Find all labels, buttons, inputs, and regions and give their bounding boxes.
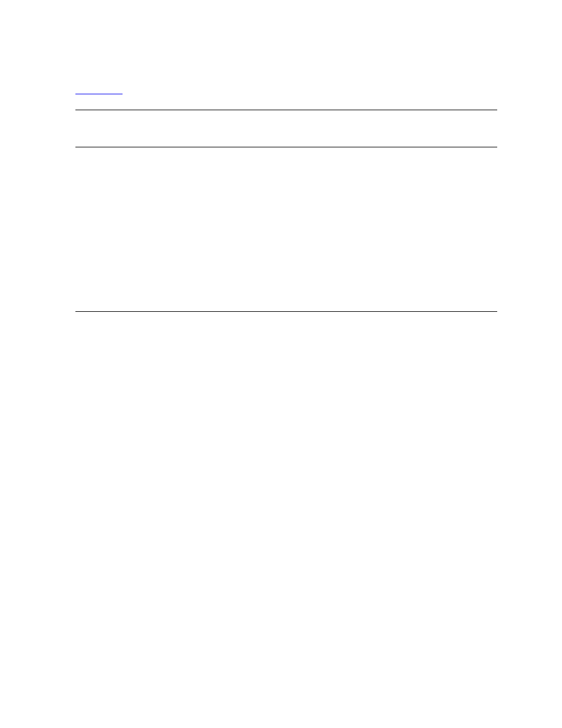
top-link[interactable] — [75, 85, 123, 95]
divider-3 — [75, 311, 497, 312]
document-body — [75, 85, 497, 312]
divider-2 — [75, 147, 497, 147]
divider-1 — [75, 110, 497, 110]
